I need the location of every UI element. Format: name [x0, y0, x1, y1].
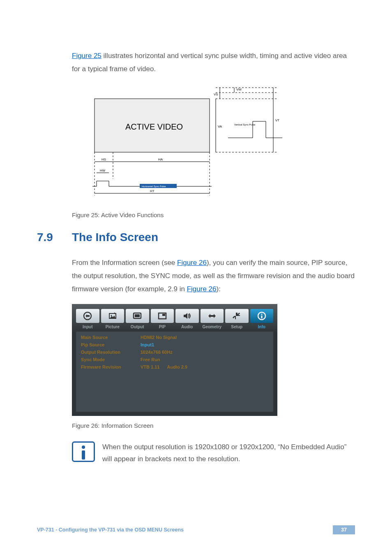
osd-val: VTB 1.11Audio 2.9 [141, 364, 187, 369]
info-note-icon [72, 441, 95, 462]
tab-setup[interactable]: Setup [225, 309, 249, 329]
audio-icon [175, 309, 199, 323]
tab-output-label: Output [126, 325, 149, 329]
figure26-link-2[interactable]: Figure 26 [187, 285, 217, 293]
tab-input-label: Input [76, 325, 99, 329]
section-title: The Info Screen [72, 231, 158, 244]
info-note-text: When the output resolution is 1920x1080 … [102, 441, 355, 465]
svg-rect-33 [162, 314, 165, 316]
section-heading: 7.9 The Info Screen [37, 231, 355, 244]
osd-key: Output Resolution [81, 350, 141, 355]
osd-key: Main Source [81, 335, 141, 340]
label-vs: VS [214, 93, 218, 96]
osd-val: HDMI2 No Signal [141, 335, 177, 340]
tab-geometry[interactable]: Geometry [201, 309, 224, 329]
label-hw: HW [100, 169, 106, 172]
figure25-link[interactable]: Figure 25 [72, 52, 101, 60]
osd-row-sync-mode: Sync Mode Free Run [81, 357, 268, 362]
active-video-title: ACTIVE VIDEO [125, 122, 183, 131]
pip-icon [151, 309, 174, 323]
osd-val: Input1 [141, 342, 154, 347]
intro-rest: illustrates horizontal and vertical sync… [72, 52, 347, 73]
info-note: When the output resolution is 1920x1080 … [72, 441, 355, 465]
osd-row-firmware: Firmware Revision VTB 1.11Audio 2.9 [81, 364, 268, 369]
svg-point-35 [261, 314, 262, 315]
tab-info[interactable]: Info [250, 309, 274, 329]
tab-output[interactable]: Output [126, 309, 149, 329]
tab-picture[interactable]: Picture [101, 309, 125, 329]
label-vt: VT [275, 118, 279, 122]
label-vsp: Vertical Sync Pulse [234, 123, 256, 126]
label-hsp: Horizontal Sync Pulse [142, 185, 166, 188]
osd-row-output-res: Output Resolution 1024x768 60Hz [81, 350, 268, 355]
osd-key: Sync Mode [81, 357, 141, 362]
info-icon [250, 309, 274, 323]
svg-rect-31 [135, 314, 140, 317]
osd-val: 1024x768 60Hz [141, 350, 173, 355]
input-icon [76, 309, 99, 323]
output-icon [126, 309, 149, 323]
setup-icon [225, 309, 249, 323]
figure25-caption: Figure 25: Active Video Functions [72, 211, 355, 218]
osd-key: Firmware Revision [81, 364, 141, 369]
osd-row-main-source: Main Source HDMI2 No Signal [81, 335, 268, 340]
tab-pip-label: PIP [151, 325, 174, 329]
page-footer: VP-731 - Configuring the VP-731 via the … [37, 525, 355, 534]
label-vw: VW [236, 88, 242, 91]
osd-key: Pip Source [81, 342, 141, 347]
section-paragraph: From the Information screen (see Figure … [72, 256, 355, 296]
sec-p-a: From the Information screen (see [72, 259, 177, 267]
osd-body: Main Source HDMI2 No Signal Pip Source I… [76, 332, 273, 412]
label-va: VA [218, 125, 222, 128]
tab-audio[interactable]: Audio [175, 309, 199, 329]
label-hs: HS [101, 158, 106, 161]
geometry-icon [201, 309, 224, 323]
intro-paragraph: Figure 25 illustrates horizontal and ver… [72, 49, 355, 76]
footer-left: VP-731 - Configuring the VP-731 via the … [37, 527, 184, 533]
label-ha: HA [158, 158, 163, 161]
tab-audio-label: Audio [175, 325, 199, 329]
figure-25: VW VS ACTIVE VIDEO VA VT Vertical Sync P… [72, 84, 355, 205]
tab-pip[interactable]: PIP [151, 309, 174, 329]
picture-icon [101, 309, 125, 323]
osd-info-screen: Input Picture Output PIP [72, 304, 277, 416]
osd-tab-bar: Input Picture Output PIP [75, 307, 274, 329]
figure26-caption: Figure 26: Information Screen [72, 422, 355, 429]
tab-picture-label: Picture [101, 325, 125, 329]
tab-input[interactable]: Input [76, 309, 99, 329]
svg-rect-36 [261, 316, 262, 318]
tab-geometry-label: Geometry [201, 325, 224, 329]
tab-info-label: Info [250, 325, 274, 329]
sec-p-e: ): [216, 285, 220, 293]
osd-row-pip-source: Pip Source Input1 [81, 342, 268, 347]
tab-setup-label: Setup [225, 325, 249, 329]
footer-page-number: 37 [333, 525, 355, 534]
section-number: 7.9 [37, 231, 72, 244]
osd-val: Free Run [141, 357, 160, 362]
figure26-link-1[interactable]: Figure 26 [177, 259, 207, 267]
label-ht: HT [150, 189, 154, 193]
